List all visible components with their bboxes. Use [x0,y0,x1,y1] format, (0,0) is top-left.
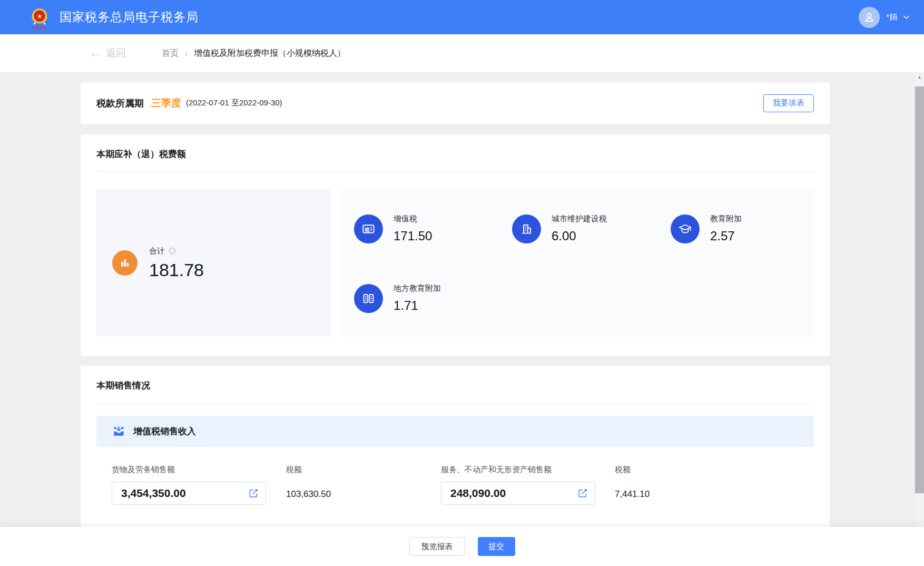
field-label: 税额 [615,465,650,475]
edit-icon[interactable] [248,488,259,499]
collect-income-icon [112,425,125,438]
vat-sales-banner: 增值税销售收入 [96,416,814,447]
building-icon [512,214,541,243]
divider [96,171,814,172]
breadcrumb-current: 增值税及附加税费申报（小规模纳税人） [194,48,346,59]
total-panel: 合计 181.78 [96,189,331,337]
services-sales-field: 服务、不动产和无形资产销售额 248,090.00 [441,465,595,505]
tax-item-value: 6.00 [552,229,607,243]
sales-form-row: 货物及劳务销售额 3,454,350.00 税额 103,630.50 服务、不… [112,465,814,505]
goods-sales-field: 货物及劳务销售额 3,454,350.00 [112,465,266,505]
username: *娟 [886,12,897,22]
tax-item-urban-construction: 城市维护建设税 6.00 [512,214,671,243]
emblem-icon: ★ [29,6,50,27]
breadcrumb-separator-icon: › [185,49,188,58]
tax-item-value: 2.57 [710,229,742,243]
payable-section-title: 本期应补（退）税费额 [96,148,814,160]
preview-report-button[interactable]: 预览报表 [409,537,465,556]
tax-invoice-icon: 税 [354,214,383,243]
chevron-down-icon[interactable] [902,13,910,21]
tax-items-panel: 税 增值税 171.50 城市维护建设税 [340,189,814,337]
breadcrumb-home[interactable]: 首页 [162,48,179,59]
tax-period-card: 税款所属期 三季度 (2022-07-01 至2022-09-30) 我要填表 [81,82,830,124]
scrollbar-thumb[interactable] [915,86,924,493]
tax-item-value: 1.71 [394,298,441,313]
field-label: 服务、不动产和无形资产销售额 [441,465,595,475]
total-value: 181.78 [149,260,204,280]
svg-text:税: 税 [364,227,370,232]
edit-icon[interactable] [577,488,588,499]
tax-bureau-emblem: ★ 中国税务 [29,6,50,30]
tax-item-label: 地方教育附加 [394,284,441,294]
services-tax-field: 税额 7,441.10 [595,465,650,505]
fill-form-button[interactable]: 我要填表 [763,94,814,112]
divider [96,403,814,403]
services-sales-input[interactable]: 248,090.00 [441,482,595,505]
tax-item-label: 城市维护建设税 [552,214,607,224]
goods-tax-field: 税额 103,630.50 [266,465,441,505]
back-label: 返回 [106,46,126,60]
tax-item-value: 171.50 [394,229,432,243]
period-value: 三季度 [151,96,181,110]
open-book-icon [354,284,383,313]
scroll-up-button[interactable]: ▲ [915,72,924,82]
app-title: 国家税务总局电子税务局 [60,9,199,25]
app-header: ★ 中国税务 国家税务总局电子税务局 *娟 [0,0,924,34]
scrollbar[interactable]: ▲ [915,72,924,566]
emblem-caption: 中国税务 [32,26,47,30]
back-arrow-icon: ← [90,47,101,60]
tax-item-label: 教育附加 [710,214,742,224]
readonly-value: 103,630.50 [286,489,441,500]
tax-item-label: 增值税 [394,214,432,224]
bar-chart-icon [112,250,137,276]
action-footer: 预览报表 提交 [0,527,924,566]
breadcrumb: ← 返回 首页 › 增值税及附加税费申报（小规模纳税人） [0,34,924,72]
banner-title: 增值税销售收入 [133,425,196,437]
back-button[interactable]: ← 返回 [90,46,126,60]
readonly-value: 7,441.10 [615,489,650,500]
total-label: 合计 [149,246,165,256]
payable-section-card: 本期应补（退）税费额 合计 181.78 [81,134,830,356]
sales-section-title: 本期销售情况 [96,379,814,392]
period-date-range: (2022-07-01 至2022-09-30) [186,98,282,108]
input-value: 248,090.00 [450,487,506,500]
avatar[interactable] [859,7,880,28]
info-icon[interactable] [169,247,176,255]
tax-item-local-education-surcharge: 地方教育附加 1.71 [354,284,512,313]
user-menu[interactable]: *娟 [859,7,910,28]
goods-sales-input[interactable]: 3,454,350.00 [112,482,266,505]
svg-text:★: ★ [36,13,42,20]
user-icon [862,11,876,24]
period-label: 税款所属期 [96,97,144,110]
input-value: 3,454,350.00 [121,487,186,500]
field-label: 货物及劳务销售额 [112,465,266,475]
field-label: 税额 [286,465,441,475]
tax-item-education-surcharge: 教育附加 2.57 [671,214,814,243]
submit-button[interactable]: 提交 [478,537,515,556]
tax-item-vat: 税 增值税 171.50 [354,214,512,243]
graduation-cap-icon [671,214,700,243]
